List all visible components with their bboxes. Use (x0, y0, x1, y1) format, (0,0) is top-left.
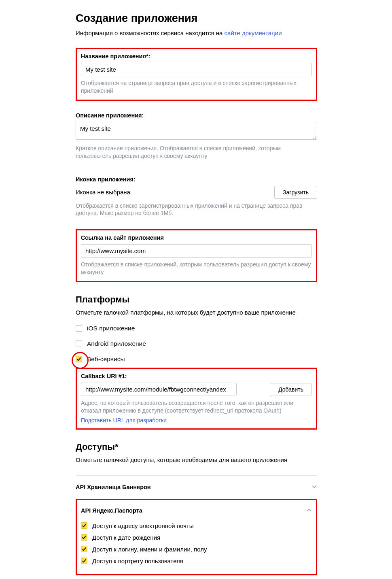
app-site-section: Ссылка на сайт приложения Отображается в… (76, 229, 317, 282)
platform-android-label: Android приложение (87, 340, 146, 347)
app-name-hint: Отображается на странице запроса прав до… (81, 79, 312, 95)
accordion-passport-api-label: API Яндекс.Паспорта (81, 507, 142, 514)
platform-web-label: Веб-сервисы (87, 355, 125, 363)
accordion-banner-api-label: API Хранилища Баннеров (76, 484, 151, 490)
callback-hint: Адрес, на который пользователь возвращае… (81, 399, 312, 415)
scope-email-row[interactable]: Доступ к адресу электронной почты (81, 522, 312, 529)
chevron-up-icon (306, 507, 312, 514)
passport-api-body: Доступ к адресу электронной почты Доступ… (81, 522, 312, 569)
callback-label: Callback URI #1: (81, 373, 312, 379)
highlight-circle-icon (76, 356, 82, 363)
platform-web-row[interactable]: Веб-сервисы (76, 355, 317, 363)
passport-api-section: API Яндекс.Паспорта Доступ к адресу элек… (76, 499, 317, 575)
chevron-down-icon (311, 484, 317, 491)
app-name-section: Название приложения*: Отображается на ст… (76, 48, 317, 101)
add-button[interactable]: Добавить (270, 383, 312, 396)
platforms-sub: Отметьте галочкой платформы, на которых … (76, 309, 317, 316)
scope-birthday-label: Доступ к дате рождения (92, 534, 160, 541)
checkbox-icon (76, 325, 82, 332)
checkbox-checked-icon (81, 522, 87, 529)
accesses-heading: Доступы* (76, 442, 317, 452)
intro-prefix: Информация о возможностях сервиса находи… (76, 30, 225, 36)
dev-url-link[interactable]: Подставить URL для разработки (81, 417, 312, 424)
accordion-banner-api[interactable]: API Хранилища Баннеров (76, 475, 317, 499)
app-desc-section: Описание приложения: My test site Кратко… (76, 108, 317, 165)
app-icon-state: Иконка не выбрана (76, 189, 130, 196)
platform-ios-label: iOS приложение (87, 325, 135, 332)
accesses-sub: Отметьте галочкой доступы, которые необх… (76, 456, 317, 463)
app-icon-hint: Отображается в списке зарегистрированных… (76, 202, 317, 217)
scope-login-label: Доступ к логину, имени и фамилии, полу (92, 546, 207, 553)
app-site-label: Ссылка на сайт приложения (81, 234, 312, 241)
scope-avatar-row[interactable]: Доступ к портрету пользователя (81, 558, 312, 564)
intro-text: Информация о возможностях сервиса находи… (76, 30, 317, 36)
app-icon-section: Иконка приложения: Иконка не выбрана Заг… (76, 172, 317, 222)
scope-login-row[interactable]: Доступ к логину, имени и фамилии, полу (81, 546, 312, 553)
app-site-input[interactable] (81, 244, 312, 258)
docs-link[interactable]: сайте документации (225, 30, 282, 36)
checkbox-checked-icon (76, 356, 82, 362)
callback-input[interactable] (81, 383, 237, 396)
checkbox-checked-icon (81, 558, 87, 564)
app-desc-label: Описание приложения: (76, 112, 317, 119)
scope-email-label: Доступ к адресу электронной почты (92, 522, 193, 529)
app-icon-label: Иконка приложения: (76, 176, 317, 183)
platform-android-row[interactable]: Android приложение (76, 340, 317, 347)
app-desc-input[interactable]: My test site (76, 122, 317, 140)
platforms-heading: Платформы (76, 294, 317, 305)
app-desc-hint: Краткое описание приложения. Отображаетс… (76, 145, 317, 160)
app-site-hint: Отображается в списке приложений, которы… (81, 261, 312, 276)
app-name-label: Название приложения*: (81, 53, 312, 60)
page-title: Создание приложения (76, 12, 317, 25)
platform-ios-row[interactable]: iOS приложение (76, 325, 317, 332)
accordion-passport-api[interactable]: API Яндекс.Паспорта (81, 502, 312, 522)
checkbox-checked-icon (81, 534, 87, 541)
scope-avatar-label: Доступ к портрету пользователя (92, 558, 183, 564)
app-name-input[interactable] (81, 63, 312, 76)
scope-birthday-row[interactable]: Доступ к дате рождения (81, 534, 312, 541)
upload-button[interactable]: Загрузить (274, 186, 317, 199)
checkbox-icon (76, 341, 82, 347)
checkbox-checked-icon (81, 546, 87, 552)
callback-section: Callback URI #1: Добавить Адрес, на кото… (76, 368, 317, 430)
